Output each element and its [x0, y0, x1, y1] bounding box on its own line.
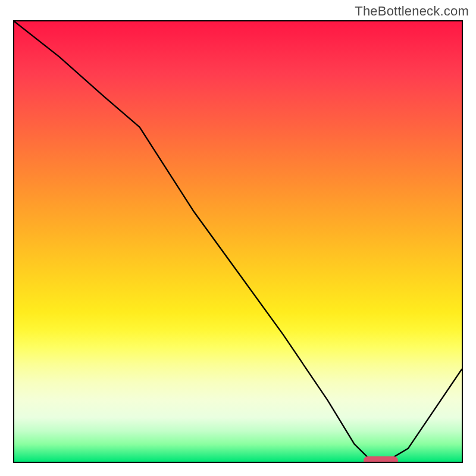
- bottleneck-curve-line: [14, 21, 462, 462]
- chart-plot-area: [13, 20, 463, 463]
- chart-curve-svg: [14, 21, 462, 462]
- watermark-text: TheBottleneck.com: [355, 4, 469, 19]
- optimal-range-marker: [364, 456, 398, 463]
